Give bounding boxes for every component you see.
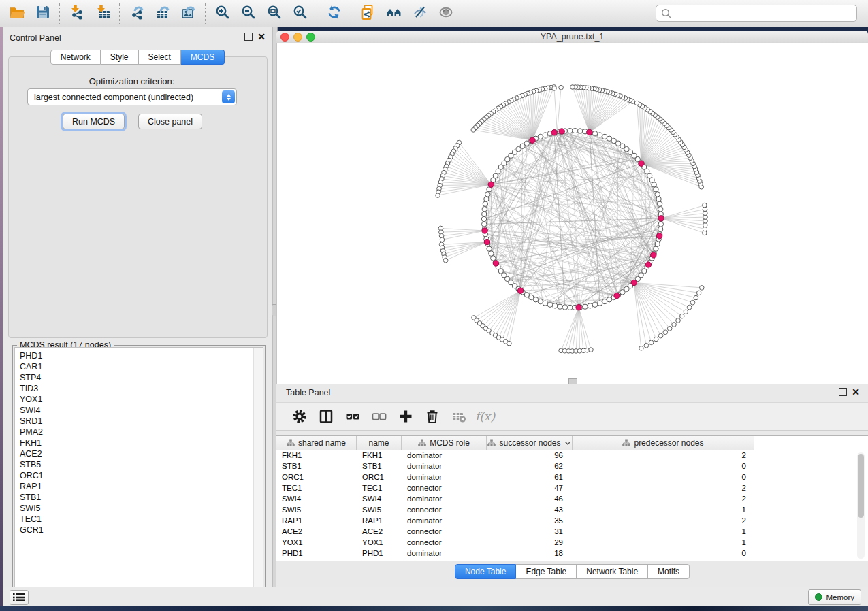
result-node-item[interactable]: TID3 bbox=[20, 383, 263, 394]
result-node-item[interactable]: PMA2 bbox=[20, 427, 263, 437]
ring-node[interactable] bbox=[568, 128, 573, 133]
table-row[interactable]: RAP1RAP1dominator352 bbox=[276, 515, 868, 526]
satellite-node[interactable] bbox=[658, 333, 663, 338]
ring-node[interactable] bbox=[538, 134, 543, 139]
result-node-item[interactable]: FKH1 bbox=[20, 437, 263, 448]
mcds-hub-node[interactable] bbox=[488, 182, 494, 187]
ring-node[interactable] bbox=[592, 131, 597, 136]
ring-node[interactable] bbox=[655, 192, 660, 197]
ring-node[interactable] bbox=[654, 246, 658, 251]
ring-node[interactable] bbox=[602, 299, 607, 303]
close-panel-icon[interactable]: ✕ bbox=[257, 33, 266, 40]
search-input[interactable] bbox=[673, 7, 856, 20]
mcds-hub-node[interactable] bbox=[645, 262, 651, 267]
ring-node[interactable] bbox=[547, 302, 552, 307]
tab-network[interactable]: Network bbox=[50, 50, 101, 65]
trash-button[interactable] bbox=[419, 405, 445, 428]
satellite-node[interactable] bbox=[507, 341, 512, 346]
satellite-node[interactable] bbox=[436, 193, 440, 198]
ring-node[interactable] bbox=[583, 304, 588, 309]
float-panel-icon[interactable] bbox=[244, 33, 253, 41]
save-session-button[interactable] bbox=[30, 2, 56, 25]
tab-network-table[interactable]: Network Table bbox=[577, 564, 648, 579]
float-table-panel-icon[interactable] bbox=[839, 388, 847, 396]
zoom-out-button[interactable] bbox=[236, 2, 261, 25]
close-panel-button[interactable]: Close panel bbox=[138, 114, 202, 129]
table-row[interactable]: PHD1PHD1dominator180 bbox=[276, 548, 868, 559]
tab-motifs[interactable]: Motifs bbox=[648, 564, 690, 579]
binoculars-button[interactable] bbox=[381, 2, 407, 25]
ring-node[interactable] bbox=[658, 227, 663, 231]
tab-edge-table[interactable]: Edge Table bbox=[516, 564, 577, 579]
mcds-hub-node[interactable] bbox=[482, 228, 487, 233]
result-node-item[interactable]: STB1 bbox=[20, 492, 263, 503]
table-row[interactable]: SWI4SWI4dominator462 bbox=[276, 493, 868, 504]
network-canvas[interactable] bbox=[276, 43, 868, 384]
ring-node[interactable] bbox=[598, 301, 602, 306]
tab-select[interactable]: Select bbox=[139, 50, 181, 65]
ring-node[interactable] bbox=[598, 133, 602, 137]
table-row[interactable]: STB1STB1dominator620 bbox=[276, 461, 868, 472]
result-node-item[interactable]: RAP1 bbox=[20, 481, 263, 492]
table-row[interactable]: ACE2ACE2connector311 bbox=[276, 526, 868, 537]
ring-node[interactable] bbox=[533, 297, 538, 302]
satellite-node[interactable] bbox=[672, 323, 677, 327]
ring-node[interactable] bbox=[658, 222, 663, 227]
clone-network-button[interactable] bbox=[355, 2, 381, 25]
satellite-node[interactable] bbox=[663, 330, 668, 335]
zoom-fit-button[interactable] bbox=[261, 2, 287, 25]
ring-node[interactable] bbox=[562, 305, 567, 310]
satellite-node[interactable] bbox=[703, 203, 707, 208]
satellite-node[interactable] bbox=[443, 258, 448, 263]
satellite-node[interactable] bbox=[552, 86, 557, 91]
mcds-hub-node[interactable] bbox=[493, 261, 498, 266]
result-node-item[interactable]: ORC1 bbox=[20, 470, 263, 481]
ring-node[interactable] bbox=[602, 134, 607, 139]
ring-node[interactable] bbox=[657, 201, 662, 206]
table-row[interactable]: ORC1ORC1dominator610 bbox=[276, 472, 868, 482]
import-network-button[interactable] bbox=[64, 2, 90, 25]
mcds-hub-node[interactable] bbox=[651, 252, 656, 258]
satellite-node[interactable] bbox=[644, 343, 649, 348]
ring-node[interactable] bbox=[482, 222, 487, 227]
export-table-button[interactable] bbox=[150, 2, 176, 25]
satellite-node[interactable] bbox=[440, 237, 445, 242]
ring-node[interactable] bbox=[652, 182, 656, 187]
ring-node[interactable] bbox=[484, 197, 489, 201]
satellite-node[interactable] bbox=[634, 101, 639, 105]
satellite-node[interactable] bbox=[667, 327, 672, 331]
table-row[interactable]: SWI5SWI5connector431 bbox=[276, 504, 868, 515]
column-header-predecessor_nodes[interactable]: predecessor nodes bbox=[573, 436, 754, 450]
export-image-button[interactable] bbox=[176, 2, 202, 25]
mcds-hub-node[interactable] bbox=[658, 216, 664, 221]
mcds-hub-node[interactable] bbox=[559, 129, 564, 134]
column-header-shared_name[interactable]: shared name bbox=[276, 436, 357, 450]
run-mcds-button[interactable]: Run MCDS bbox=[63, 114, 125, 129]
satellite-node[interactable] bbox=[687, 305, 692, 310]
mcds-hub-node[interactable] bbox=[530, 137, 535, 143]
mcds-hub-node[interactable] bbox=[631, 280, 637, 285]
satellite-node[interactable] bbox=[676, 318, 681, 323]
satellite-node[interactable] bbox=[649, 340, 654, 345]
refresh-layout-button[interactable] bbox=[321, 2, 347, 25]
satellite-node[interactable] bbox=[654, 337, 658, 342]
table-scrollbar[interactable] bbox=[857, 452, 865, 559]
ring-node[interactable] bbox=[607, 136, 611, 141]
ring-node[interactable] bbox=[481, 216, 486, 221]
export-network-button[interactable] bbox=[124, 2, 150, 25]
result-node-item[interactable]: SRD1 bbox=[20, 416, 263, 427]
satellite-node[interactable] bbox=[559, 85, 564, 90]
satellite-node[interactable] bbox=[694, 295, 698, 300]
tab-mcds[interactable]: MCDS bbox=[181, 50, 225, 65]
ring-node[interactable] bbox=[658, 207, 663, 212]
satellite-node[interactable] bbox=[570, 85, 575, 90]
satellite-node[interactable] bbox=[639, 346, 644, 351]
zoom-in-button[interactable] bbox=[210, 2, 236, 25]
mcds-hub-node[interactable] bbox=[517, 288, 523, 293]
mcds-hub-node[interactable] bbox=[639, 161, 644, 166]
show-panel-eye-button[interactable] bbox=[433, 2, 459, 25]
mcds-hub-node[interactable] bbox=[551, 130, 557, 135]
open-session-button[interactable] bbox=[4, 2, 30, 25]
table-row[interactable]: FKH1FKH1dominator962 bbox=[276, 450, 868, 461]
zoom-selected-button[interactable] bbox=[287, 2, 313, 25]
